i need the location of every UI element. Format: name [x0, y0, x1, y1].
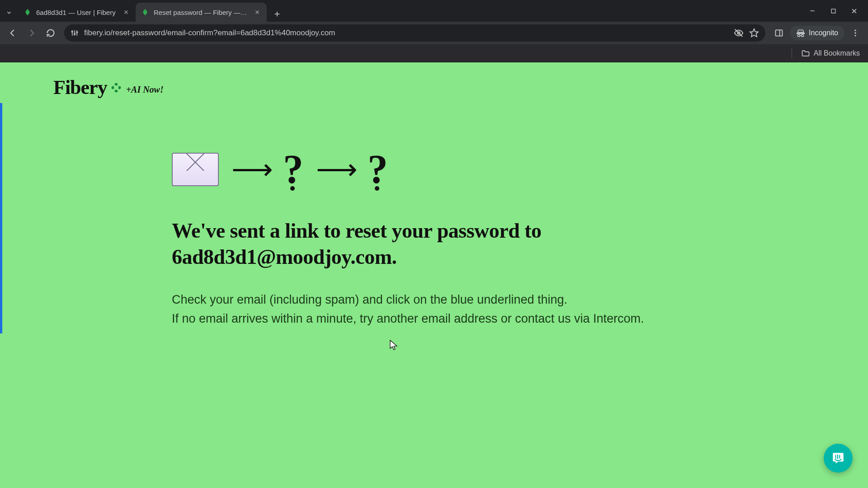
- arrow-icon: ⟶: [231, 155, 270, 184]
- nav-reload-button[interactable]: [42, 25, 59, 41]
- svg-point-23: [854, 35, 856, 36]
- incognito-icon: [796, 28, 805, 38]
- brand-tagline: +AI Now!: [126, 84, 164, 95]
- headline: We've sent a link to reset your password…: [172, 218, 814, 270]
- all-bookmarks-button[interactable]: All Bookmarks: [801, 49, 860, 58]
- chevron-down-icon: [6, 9, 12, 16]
- svg-rect-19: [776, 30, 783, 36]
- page-viewport: Fibery +AI Now! ⟶ ? ⟶ ? We've sent a lin…: [0, 62, 868, 488]
- nav-forward-button[interactable]: [24, 25, 40, 41]
- svg-point-22: [854, 32, 856, 33]
- arrow-right-icon: [27, 28, 36, 38]
- tab-search-dropdown[interactable]: [0, 4, 18, 22]
- brand-logo[interactable]: Fibery +AI Now!: [53, 76, 164, 99]
- eye-off-icon[interactable]: [734, 28, 744, 38]
- reload-icon: [46, 28, 55, 38]
- url-text: fibery.io/reset-password/email-confirm?e…: [84, 28, 728, 38]
- window-minimize-button[interactable]: [808, 7, 816, 15]
- intercom-icon: [831, 451, 845, 465]
- bookmarks-bar: All Bookmarks: [0, 44, 868, 62]
- fibery-favicon-icon: [24, 8, 32, 16]
- close-icon: [123, 9, 129, 15]
- browser-tabstrip: 6ad8d3d1 — User | Fibery Reset password …: [0, 0, 868, 22]
- arrow-left-icon: [8, 28, 17, 38]
- close-icon: [255, 9, 260, 15]
- brand-name: Fibery: [53, 76, 107, 99]
- close-icon: [851, 8, 858, 14]
- nav-back-button[interactable]: [5, 25, 21, 41]
- incognito-indicator[interactable]: Incognito: [790, 26, 844, 40]
- arrow-icon: ⟶: [316, 155, 355, 184]
- tab-close-button[interactable]: [122, 8, 130, 16]
- folder-icon: [801, 49, 810, 58]
- intercom-launcher[interactable]: [824, 444, 853, 473]
- envelope-icon: [172, 153, 219, 186]
- svg-point-13: [71, 31, 73, 33]
- page-scroll-area[interactable]: Fibery +AI Now! ⟶ ? ⟶ ? We've sent a lin…: [0, 62, 868, 488]
- minimize-icon: [809, 8, 816, 14]
- svg-point-15: [76, 32, 78, 33]
- fibery-favicon-icon: [141, 8, 149, 16]
- tab-close-button[interactable]: [253, 8, 261, 16]
- all-bookmarks-label: All Bookmarks: [814, 49, 860, 57]
- tab-title: Reset password — Fibery — Fib: [154, 9, 249, 16]
- site-settings-icon[interactable]: [71, 29, 79, 37]
- browser-tab-0[interactable]: 6ad8d3d1 — User | Fibery: [18, 3, 136, 22]
- svg-marker-18: [750, 29, 758, 37]
- question-mark-icon: ?: [283, 157, 303, 182]
- address-bar[interactable]: fibery.io/reset-password/email-confirm?e…: [64, 24, 765, 42]
- instruction-line-2: If no email arrives within a minute, try…: [172, 312, 644, 325]
- clover-icon: [110, 81, 123, 94]
- panel-icon: [774, 28, 783, 38]
- kebab-icon: [851, 28, 860, 38]
- divider: [792, 48, 792, 58]
- headline-prefix: We've sent a link to reset your password…: [172, 219, 542, 242]
- browser-tab-1[interactable]: Reset password — Fibery — Fib: [136, 3, 267, 22]
- headline-email: 6ad8d3d1@moodjoy.com: [172, 245, 392, 268]
- email-illustration: ⟶ ? ⟶ ?: [172, 153, 814, 186]
- browser-menu-button[interactable]: [847, 25, 863, 41]
- window-close-button[interactable]: [850, 7, 858, 15]
- instruction-text: Check your email (including spam) and cl…: [172, 291, 814, 328]
- question-mark-icon: ?: [368, 157, 388, 182]
- window-maximize-button[interactable]: [829, 7, 837, 15]
- headline-suffix: .: [392, 245, 396, 268]
- bookmark-star-icon[interactable]: [749, 28, 759, 38]
- browser-toolbar: fibery.io/reset-password/email-confirm?e…: [0, 22, 868, 44]
- plus-icon: [274, 10, 281, 18]
- incognito-label: Incognito: [809, 29, 838, 37]
- instruction-line-1: Check your email (including spam) and cl…: [172, 293, 567, 306]
- svg-point-21: [854, 30, 856, 31]
- tab-title: 6ad8d3d1 — User | Fibery: [36, 9, 118, 16]
- main-content: ⟶ ? ⟶ ? We've sent a link to reset your …: [172, 153, 814, 328]
- svg-point-14: [74, 33, 75, 35]
- left-accent-bar: [0, 103, 2, 333]
- svg-rect-7: [831, 9, 835, 13]
- new-tab-button[interactable]: [269, 6, 285, 22]
- maximize-icon: [830, 8, 836, 14]
- side-panel-button[interactable]: [771, 25, 787, 41]
